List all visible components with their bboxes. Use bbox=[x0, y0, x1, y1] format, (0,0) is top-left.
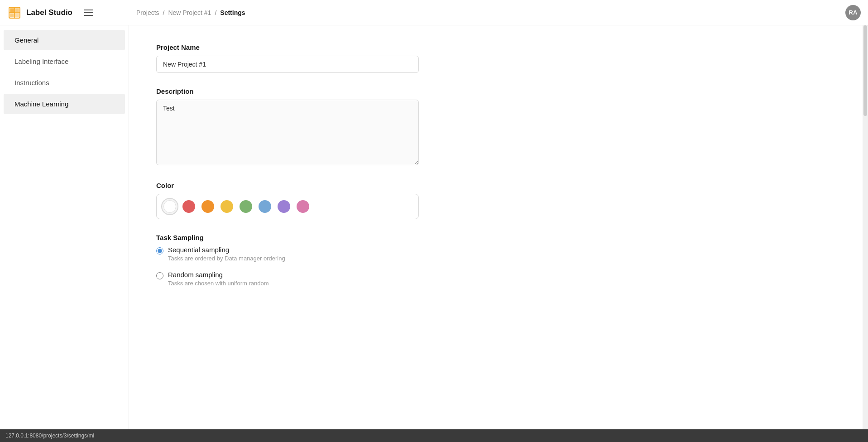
radio-sequential: Sequential sampling Tasks are ordered by… bbox=[156, 246, 835, 262]
color-swatch-green[interactable] bbox=[237, 198, 254, 215]
breadcrumb: Projects / New Project #1 / Settings bbox=[136, 9, 845, 16]
breadcrumb-project[interactable]: New Project #1 bbox=[168, 9, 211, 16]
scrollbar-thumb[interactable] bbox=[863, 25, 867, 116]
breadcrumb-sep1: / bbox=[163, 9, 165, 16]
scrollbar-track[interactable] bbox=[863, 25, 868, 429]
status-url: 127.0.0.1:8080/projects/3/settings/ml bbox=[5, 432, 94, 439]
avatar[interactable]: RA bbox=[845, 5, 861, 20]
sidebar-item-instructions[interactable]: Instructions bbox=[4, 72, 125, 93]
radio-random-label: Random sampling bbox=[168, 271, 269, 279]
project-name-section: Project Name bbox=[156, 43, 835, 73]
description-label: Description bbox=[156, 87, 835, 95]
radio-sequential-input[interactable] bbox=[156, 247, 163, 255]
breadcrumb-sep2: / bbox=[215, 9, 216, 16]
description-input[interactable]: Test bbox=[156, 100, 419, 165]
sidebar-item-general[interactable]: General bbox=[4, 30, 125, 50]
radio-sequential-desc: Tasks are ordered by Data manager orderi… bbox=[168, 255, 285, 262]
radio-random-content: Random sampling Tasks are chosen with un… bbox=[168, 271, 269, 287]
breadcrumb-current: Settings bbox=[220, 9, 245, 16]
color-swatch-red[interactable] bbox=[180, 198, 197, 215]
sidebar-item-machine-learning[interactable]: Machine Learning bbox=[4, 94, 125, 114]
color-swatch-blue[interactable] bbox=[256, 198, 273, 215]
project-name-label: Project Name bbox=[156, 43, 835, 51]
status-bar: 127.0.0.1:8080/projects/3/settings/ml bbox=[0, 429, 868, 442]
sidebar-item-labeling-interface[interactable]: Labeling Interface bbox=[4, 51, 125, 72]
color-swatch-yellow[interactable] bbox=[218, 198, 235, 215]
logo-area: Label Studio bbox=[7, 5, 136, 20]
color-swatch-white[interactable] bbox=[161, 198, 178, 215]
radio-sequential-label: Sequential sampling bbox=[168, 246, 285, 254]
color-swatch-purple[interactable] bbox=[275, 198, 293, 215]
logo-icon bbox=[7, 5, 22, 20]
project-name-input[interactable] bbox=[156, 56, 419, 73]
radio-random: Random sampling Tasks are chosen with un… bbox=[156, 271, 835, 287]
color-swatch-pink[interactable] bbox=[294, 198, 312, 215]
task-sampling-label: Task Sampling bbox=[156, 234, 835, 241]
main-content: Project Name Description Test Color bbox=[129, 25, 863, 429]
hamburger-menu[interactable] bbox=[84, 10, 93, 16]
logo-text: Label Studio bbox=[26, 8, 72, 17]
breadcrumb-projects[interactable]: Projects bbox=[136, 9, 159, 16]
description-section: Description Test bbox=[156, 87, 835, 167]
radio-random-desc: Tasks are chosen with uniform random bbox=[168, 280, 269, 287]
layout: General Labeling Interface Instructions … bbox=[0, 25, 868, 429]
color-label: Color bbox=[156, 182, 835, 189]
radio-sequential-content: Sequential sampling Tasks are ordered by… bbox=[168, 246, 285, 262]
sidebar: General Labeling Interface Instructions … bbox=[0, 25, 129, 429]
task-sampling-section: Task Sampling Sequential sampling Tasks … bbox=[156, 234, 835, 287]
color-picker bbox=[156, 194, 419, 219]
color-section: Color bbox=[156, 182, 835, 219]
top-nav: Label Studio Projects / New Project #1 /… bbox=[0, 0, 868, 25]
radio-random-input[interactable] bbox=[156, 272, 163, 279]
color-swatch-orange[interactable] bbox=[199, 198, 216, 215]
